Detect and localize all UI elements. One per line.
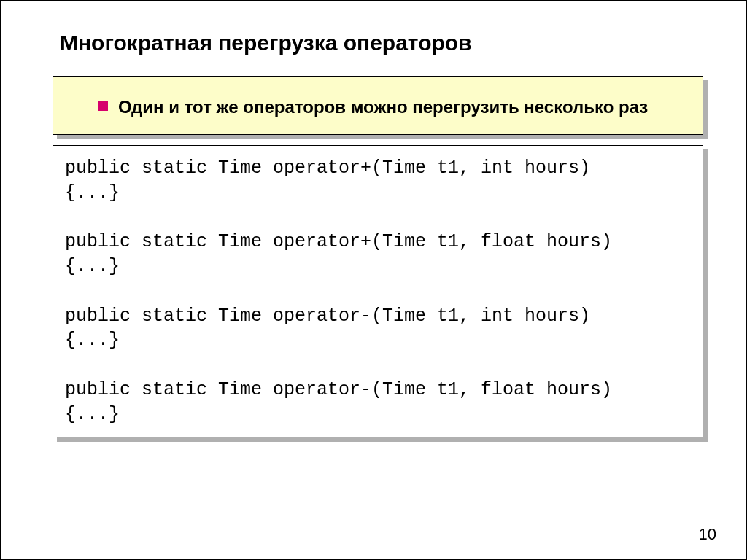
code-block: public static Time operator+(Time t1, in… bbox=[53, 145, 703, 438]
slide-title: Многократная перегрузка операторов bbox=[38, 31, 709, 55]
bullet-text: Один и тот же операторов можно перегрузи… bbox=[118, 96, 648, 118]
callout-box: Один и тот же операторов можно перегрузи… bbox=[53, 76, 703, 135]
bullet-row: Один и тот же операторов можно перегрузи… bbox=[75, 96, 681, 118]
code-box-wrapper: public static Time operator+(Time t1, in… bbox=[53, 145, 703, 438]
page-number: 10 bbox=[699, 525, 716, 544]
callout-box-wrapper: Один и тот же операторов можно перегрузи… bbox=[53, 76, 703, 135]
square-bullet-icon bbox=[98, 101, 108, 111]
slide-container: Многократная перегрузка операторов Один … bbox=[0, 0, 747, 560]
